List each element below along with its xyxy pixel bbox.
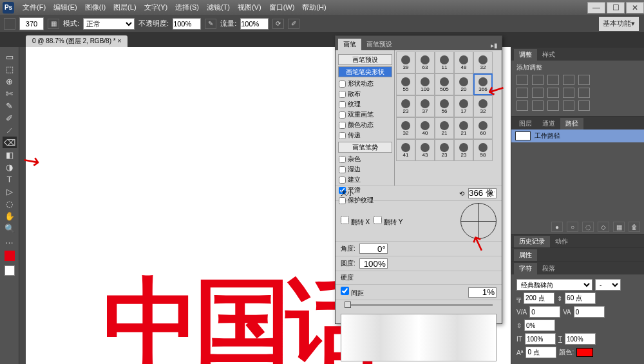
spacing-checkbox[interactable]: 间距	[341, 287, 364, 298]
spacing-slider[interactable]	[345, 304, 493, 306]
angle-widget[interactable]	[460, 203, 497, 239]
tool-slot[interactable]: ✎	[3, 100, 17, 111]
tool-slot[interactable]: ▭	[3, 51, 17, 62]
brush-preset-button[interactable]: 画笔预设	[338, 54, 392, 65]
menu-item[interactable]: 窗口(W)	[266, 1, 298, 14]
font-size-input[interactable]	[524, 292, 554, 304]
brush-tip-cell[interactable]: 43	[415, 139, 435, 161]
vscale-input[interactable]	[524, 320, 555, 331]
brush-tip-cell[interactable]: 48	[454, 52, 473, 73]
tool-slot[interactable]: ◧	[3, 149, 17, 160]
brush-tip-cell[interactable]: 55	[396, 73, 415, 95]
tab-history[interactable]: 历史记录	[514, 236, 550, 247]
selcol-icon[interactable]	[578, 101, 590, 111]
text-color-swatch[interactable]	[576, 348, 593, 357]
flow-input[interactable]	[240, 18, 269, 30]
bg-color-swatch[interactable]	[5, 265, 15, 276]
kerning-input[interactable]	[529, 306, 560, 318]
tab-brush-presets[interactable]: 画笔预设	[361, 39, 397, 50]
brush-tip-cell[interactable]: 56	[435, 95, 454, 117]
brush-tip-cell[interactable]: 20	[454, 73, 473, 95]
menu-item[interactable]: 视图(V)	[234, 1, 265, 14]
brush-tip-cell[interactable]: 21	[454, 117, 473, 139]
brush-panel-toggle-icon[interactable]: ▦	[48, 19, 59, 29]
brush-tip-cell[interactable]: 32	[396, 117, 415, 139]
brush-tip-cell[interactable]: 11	[435, 52, 454, 73]
brush-tip-cell[interactable]: 41	[396, 139, 415, 161]
font-select[interactable]: 经典魏碑简	[516, 279, 592, 291]
tool-slot[interactable]: ✄	[3, 88, 17, 99]
tracking-input[interactable]	[574, 306, 605, 318]
brush-tip-cell[interactable]: 100	[415, 73, 435, 95]
brush-option-btn[interactable]: 画笔笔势	[338, 142, 392, 153]
tab-channels[interactable]: 通道	[537, 118, 560, 129]
minimize-button[interactable]: —	[587, 2, 605, 14]
brush-panel[interactable]: 画笔 画笔预设 ▸▮ 画笔预设 画笔笔尖形状形状动态散布纹理双重画笔颜色动态传递…	[335, 35, 502, 324]
tab-paths[interactable]: 路径	[560, 118, 583, 129]
brush-option-check[interactable]: 形状动态	[337, 79, 393, 89]
roundness-input[interactable]	[359, 258, 388, 269]
vibrance-icon[interactable]	[578, 75, 590, 85]
tool-preset-icon[interactable]	[4, 18, 15, 30]
invert-icon[interactable]	[516, 101, 528, 111]
airbrush-icon[interactable]: ⟳	[272, 19, 284, 29]
tab-actions[interactable]: 动作	[550, 236, 573, 247]
menu-item[interactable]: 选择(S)	[172, 1, 202, 14]
tab-brush[interactable]: 画笔	[338, 39, 361, 50]
path-row[interactable]: 工作路径	[511, 129, 644, 142]
brush-tip-cell[interactable]: 21	[435, 117, 454, 139]
tool-slot[interactable]: ⌫	[3, 137, 17, 148]
levels-icon[interactable]	[532, 75, 544, 85]
tool-slot[interactable]: ⬚	[3, 63, 17, 75]
close-button[interactable]: ✕	[626, 2, 644, 14]
delete-path-icon[interactable]: 🗑	[629, 222, 640, 232]
tablet-pressure-icon[interactable]: ✐	[288, 19, 299, 29]
tool-slot[interactable]: ✐	[3, 112, 17, 124]
mode-select[interactable]: 正常	[83, 18, 135, 30]
brush-tip-cell[interactable]: 37	[415, 95, 435, 117]
tool-slot[interactable]: T	[3, 173, 17, 185]
new-path-icon[interactable]: ▦	[613, 222, 625, 232]
menu-item[interactable]: 文件(F)	[19, 1, 49, 14]
size-input[interactable]	[468, 188, 497, 198]
brush-size-display[interactable]: 370	[19, 17, 44, 30]
thresh-icon[interactable]	[547, 101, 559, 111]
brush-tip-cell[interactable]: 23	[435, 139, 454, 161]
curves-icon[interactable]	[547, 75, 559, 85]
brush-option-check[interactable]: 湿边	[337, 164, 393, 175]
menu-item[interactable]: 帮助(H)	[299, 1, 329, 14]
opacity-input[interactable]	[173, 18, 201, 30]
menu-item[interactable]: 图层(L)	[110, 1, 139, 14]
brush-option-check[interactable]: 散布	[337, 89, 393, 99]
flip-x-checkbox[interactable]: 翻转 X	[341, 216, 370, 227]
sel-to-path-icon[interactable]: ◇	[598, 222, 609, 232]
document-tab[interactable]: 0 @ 88.7% (图层 2, RGB/8) * ×	[26, 35, 128, 47]
panel-menu-icon[interactable]: ▸▮	[486, 41, 502, 50]
hscale-percent-a[interactable]	[525, 333, 556, 345]
tab-character[interactable]: 字符	[514, 263, 537, 274]
baseline-input[interactable]	[526, 347, 556, 358]
maximize-button[interactable]: ☐	[607, 2, 625, 14]
tool-slot[interactable]: ⊕	[3, 75, 17, 87]
fg-color-swatch[interactable]	[5, 251, 15, 261]
opacity-pressure-icon[interactable]: ✎	[205, 19, 216, 29]
menu-item[interactable]: 滤镜(T)	[204, 1, 233, 14]
gradmap-icon[interactable]	[563, 101, 574, 111]
hscale-percent-b[interactable]	[565, 333, 596, 345]
tool-slot[interactable]: …	[3, 235, 17, 246]
brush-tip-cell[interactable]: 58	[473, 139, 493, 161]
menu-item[interactable]: 编辑(E)	[50, 1, 80, 14]
reset-size-icon[interactable]: ⟲	[459, 190, 464, 197]
brush-tip-cell[interactable]: 40	[415, 117, 435, 139]
tool-slot[interactable]: ✋	[3, 210, 17, 222]
brush-option-check[interactable]: 颜色动态	[337, 120, 393, 130]
spacing-input[interactable]	[468, 287, 497, 298]
brush-tip-cell[interactable]: 17	[454, 95, 473, 117]
angle-input[interactable]	[359, 244, 388, 254]
tab-adjustments[interactable]: 调整	[514, 49, 537, 61]
path-to-sel-icon[interactable]: ◌	[582, 222, 594, 232]
photo-filter-icon[interactable]	[563, 88, 574, 98]
tool-slot[interactable]: ◑	[3, 161, 17, 173]
tool-slot[interactable]: ◌	[3, 198, 17, 209]
tab-properties[interactable]: 属性	[514, 249, 537, 261]
